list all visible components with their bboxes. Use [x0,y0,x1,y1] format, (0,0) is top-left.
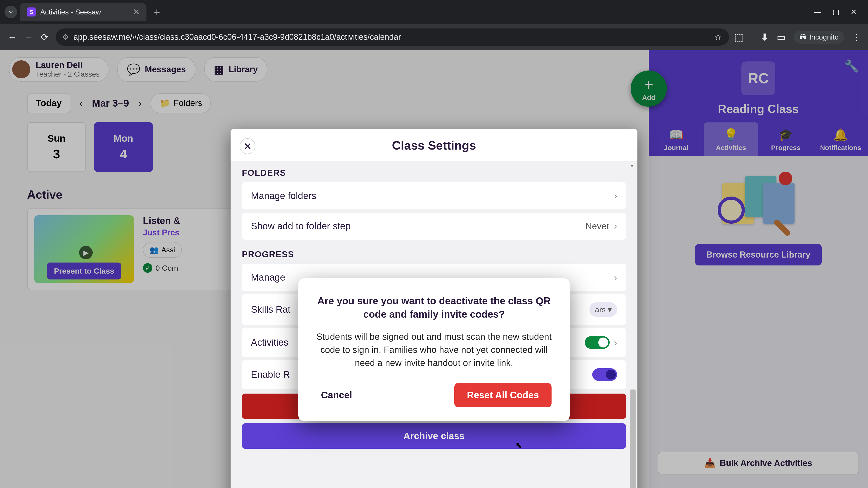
address-bar: ← → ⟳ ⚙ app.seesaw.me/#/class/class.c30a… [0,24,868,50]
activities-toggle[interactable] [585,336,610,349]
minimize-button[interactable]: — [814,8,821,16]
url-text: app.seesaw.me/#/class/class.c30aacd0-6c0… [73,32,710,42]
close-settings-button[interactable]: ✕ [240,138,255,154]
chevron-right-icon: › [614,337,617,348]
chevron-right-icon: › [614,272,617,283]
reload-button[interactable]: ⟳ [39,32,50,42]
tab-title: Activities - Seesaw [40,8,128,16]
new-tab-button[interactable]: + [154,6,160,18]
bookmark-star-icon[interactable]: ☆ [714,32,722,42]
confirm-reset-dialog: Are you sure you want to deactivate the … [298,278,569,421]
forward-button[interactable]: → [23,32,34,42]
chevron-right-icon: › [614,191,617,201]
window-controls: — ▢ ✕ [814,8,864,16]
maximize-button[interactable]: ▢ [833,8,839,16]
scrollbar-thumb[interactable] [630,390,636,488]
reset-all-codes-button[interactable]: Reset All Codes [454,383,552,408]
browser-menu-icon[interactable]: ⋮ [852,32,861,42]
site-settings-icon[interactable]: ⚙ [62,33,69,41]
mouse-cursor: ⬉ [515,441,522,450]
settings-title: Class Settings [392,138,476,152]
show-add-folder-row[interactable]: Show add to folder step Never› [242,213,626,240]
incognito-badge[interactable]: 🕶 Incognito [794,31,844,43]
back-button[interactable]: ← [7,32,18,42]
tab-search-button[interactable] [4,6,17,18]
folders-section-label: FOLDERS [242,161,626,182]
scroll-up-arrow[interactable]: ▴ [629,162,635,168]
downloads-icon[interactable]: ⬇ [761,32,769,43]
browser-tab-bar: S Activities - Seesaw ✕ + — ▢ ✕ [0,0,868,24]
browser-tab[interactable]: S Activities - Seesaw ✕ [20,3,147,21]
address-field[interactable]: ⚙ app.seesaw.me/#/class/class.c30aacd0-6… [56,29,729,46]
confirm-body: Students will be signed out and must sca… [312,330,556,369]
progress-section-label: PROGRESS [242,243,626,264]
extensions-icon[interactable]: ⬚ [735,32,743,43]
incognito-icon: 🕶 [799,33,807,41]
tab-close-icon[interactable]: ✕ [133,7,140,17]
close-window-button[interactable]: ✕ [850,8,857,16]
seesaw-favicon: S [27,7,36,17]
confirm-title: Are you sure you want to deactivate the … [312,294,556,321]
manage-folders-row[interactable]: Manage folders › [242,182,626,209]
chevron-right-icon: › [614,221,617,231]
reader-icon[interactable]: ▭ [777,32,786,43]
cancel-button[interactable]: Cancel [316,383,357,407]
archive-class-button[interactable]: Archive class [242,423,626,449]
stars-dropdown[interactable]: ars ▾ [590,302,617,317]
enable-toggle[interactable] [592,368,617,381]
